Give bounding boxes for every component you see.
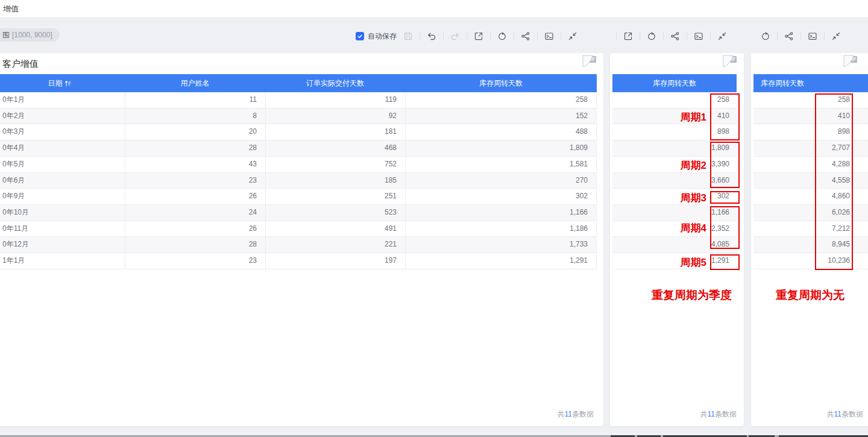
right-table-body: 2584108982,7074,2884,5584,8606,0267,2128… <box>753 92 868 269</box>
table-row[interactable]: 0年6月23185270 <box>0 173 597 189</box>
column-header-inventory[interactable]: 库存周转天数 <box>405 74 597 92</box>
console-icon[interactable] <box>694 31 703 41</box>
toolbar-divider <box>616 32 617 40</box>
middle-table-body: 2584108981,8093,3903,6603021,1662,3524,0… <box>612 92 737 269</box>
table-row[interactable]: 410 <box>612 108 737 125</box>
collapse-icon[interactable] <box>568 31 577 41</box>
table-cell: 898 <box>753 124 868 140</box>
table-cell: 0年2月 <box>0 108 125 124</box>
table-row[interactable]: 302 <box>612 189 737 205</box>
table-cell: 302 <box>405 189 597 204</box>
table-row[interactable]: 0年11月264911,186 <box>0 221 597 237</box>
table-cell: 1,809 <box>612 140 737 156</box>
collapse-icon[interactable] <box>717 31 727 41</box>
console-icon[interactable] <box>544 31 554 41</box>
column-header-delivery[interactable]: 订单实际交付天数 <box>265 74 405 92</box>
export-icon[interactable] <box>474 31 483 41</box>
table-cell: 2,707 <box>753 140 868 156</box>
table-row[interactable]: 0年12月282211,733 <box>0 237 597 253</box>
toolbar-main: 自动保存 <box>356 30 577 43</box>
table-cell: 4,860 <box>753 189 868 204</box>
share-icon[interactable] <box>670 31 680 41</box>
table-row[interactable]: 1年1月231971,291 <box>0 253 597 269</box>
table-row[interactable]: 0年9月26251302 <box>0 189 597 205</box>
table-cell: 523 <box>265 205 405 221</box>
table-row[interactable]: 0年1月11119258 <box>0 92 597 108</box>
table-cell: 491 <box>265 221 405 237</box>
table-row[interactable]: 4,085 <box>612 237 737 253</box>
table-row[interactable]: 258 <box>753 92 868 108</box>
table-cell: 10,236 <box>753 253 868 269</box>
table-cell: 6,026 <box>753 205 868 221</box>
table-cell: 1,291 <box>405 253 597 269</box>
table-row[interactable]: 3,390 <box>612 157 737 173</box>
autosave-checkbox[interactable] <box>356 32 364 40</box>
table-cell: 1,733 <box>405 237 597 253</box>
table-row[interactable]: 1,166 <box>612 205 737 221</box>
table-cell: 28 <box>125 140 265 156</box>
table-cell: 0年5月 <box>0 157 125 172</box>
table-cell: 302 <box>612 189 737 204</box>
table-row[interactable]: 8,945 <box>753 237 868 253</box>
table-cell: 0年10月 <box>0 205 125 221</box>
table-cell: 23 <box>125 173 265 189</box>
table-row[interactable]: 0年10月245231,166 <box>0 205 597 221</box>
right-table-header: 库存周转天数 <box>753 74 868 92</box>
column-header-inventory[interactable]: 库存周转天数 <box>753 74 868 92</box>
redo-icon[interactable] <box>450 31 460 41</box>
table-row[interactable]: 410 <box>753 108 868 125</box>
table-row[interactable]: 0年3月20181488 <box>0 124 597 140</box>
undo-icon[interactable] <box>427 31 436 41</box>
table-row[interactable]: 0年5月437521,581 <box>0 157 597 173</box>
page-curl-icon[interactable] <box>582 54 597 68</box>
page-curl-icon[interactable] <box>843 54 858 68</box>
table-row[interactable]: 258 <box>612 92 737 108</box>
table-row[interactable]: 898 <box>753 124 868 140</box>
table-cell: 119 <box>265 92 405 108</box>
table-row[interactable]: 3,660 <box>612 173 737 189</box>
table-row[interactable]: 0年2月892152 <box>0 108 597 125</box>
table-cell: 20 <box>125 124 265 140</box>
table-cell: 0年12月 <box>0 237 125 253</box>
refresh-icon[interactable] <box>497 31 507 41</box>
page-curl-icon[interactable] <box>722 54 738 68</box>
table-cell: 4,085 <box>612 237 737 253</box>
middle-table-card: 库存周转天数 2584108981,8093,3903,6603021,1662… <box>610 53 744 426</box>
table-row[interactable]: 6,026 <box>753 205 868 221</box>
toolbar-divider <box>687 32 687 40</box>
refresh-icon[interactable] <box>761 31 770 41</box>
table-row[interactable]: 4,558 <box>753 173 868 189</box>
refresh-icon[interactable] <box>647 31 656 41</box>
table-row[interactable]: 2,352 <box>612 221 737 237</box>
table-row[interactable]: 7,212 <box>753 221 868 237</box>
table-row[interactable]: 4,288 <box>753 157 868 173</box>
collapse-icon[interactable] <box>831 31 841 41</box>
table-row[interactable]: 1,809 <box>612 140 737 157</box>
table-cell: 0年1月 <box>0 92 125 108</box>
main-table-header: 日期 用户姓名 订单实际交付天数 库存周转天数 <box>0 74 597 92</box>
toolbar-divider <box>537 32 538 40</box>
table-cell: 0年9月 <box>0 189 125 204</box>
table-cell: 258 <box>405 92 597 108</box>
column-header-inventory[interactable]: 库存周转天数 <box>612 74 737 92</box>
table-cell: 0年11月 <box>0 221 125 237</box>
table-cell: 7,212 <box>753 221 868 237</box>
table-row[interactable]: 2,707 <box>753 140 868 157</box>
column-header-date[interactable]: 日期 <box>0 74 125 92</box>
table-row[interactable]: 4,860 <box>753 189 868 205</box>
column-header-users[interactable]: 用户姓名 <box>125 74 265 92</box>
table-cell: 23 <box>125 253 265 269</box>
table-row[interactable]: 1,291 <box>612 253 737 269</box>
table-row[interactable]: 0年4月284681,809 <box>0 140 597 157</box>
table-cell: 0年4月 <box>0 140 125 156</box>
toolbar-divider <box>710 32 711 40</box>
share-icon[interactable] <box>521 31 530 41</box>
save-icon[interactable] <box>403 31 413 41</box>
table-row[interactable]: 10,236 <box>753 253 868 269</box>
filter-range-chip[interactable]: 围 [1000, 9000] <box>0 28 60 42</box>
autosave-label: 自动保存 <box>368 31 397 42</box>
export-icon[interactable] <box>623 31 633 41</box>
table-row[interactable]: 898 <box>612 124 737 140</box>
share-icon[interactable] <box>784 31 794 41</box>
console-icon[interactable] <box>808 31 817 41</box>
